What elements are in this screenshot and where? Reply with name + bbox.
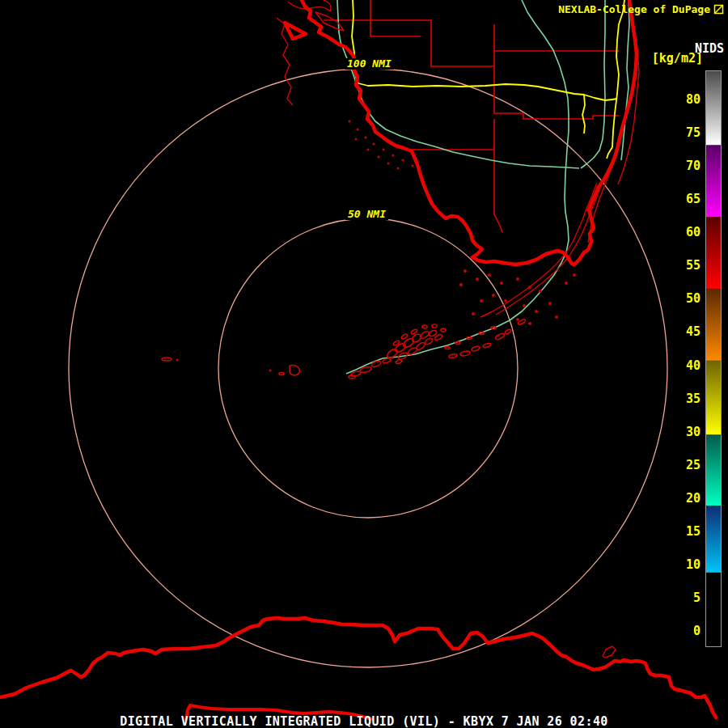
range-ring-label-50nmi: 50 NMI [345,209,388,220]
radar-map-canvas [0,0,728,728]
island-outlines [277,0,639,317]
key-islet [176,359,179,362]
key-island [394,342,407,354]
scale-tick: 75 [686,126,700,139]
coastlines [0,0,716,719]
scale-tick: 70 [686,159,700,172]
key-island [370,360,381,368]
scale-tick: 60 [686,226,700,239]
cuba-north-coastline [0,618,716,717]
key-islet [269,370,272,372]
key-island [432,324,437,328]
green-road [346,0,569,374]
key-island [422,325,427,328]
key-island [441,328,446,332]
units-label: [kg/m2] [652,51,703,66]
cod-logo-icon [713,4,724,15]
key-island [424,337,434,346]
scale-tick: 55 [686,259,700,272]
county-line [494,24,619,119]
scale-tick: 30 [686,425,700,438]
scale-tick: 35 [686,392,700,405]
scale-tick: 80 [686,93,700,106]
key-island [386,348,399,360]
key-island [415,341,425,351]
range-ring-label-100nmi: 100 NMI [345,58,394,70]
marco-island [285,23,306,39]
key-island [401,333,408,340]
scale-tick: 15 [686,525,700,538]
green-road [581,0,605,168]
county-line [370,0,421,36]
yellow-highways [352,0,624,159]
florida-keys-islands [162,319,526,379]
key-island [279,373,284,375]
key-west-island [290,366,299,376]
key-island [445,347,450,349]
scale-tick: 25 [686,459,700,472]
scale-tick: 50 [686,292,700,305]
key-island [349,375,355,379]
key-island [449,353,458,358]
scale-tick: 0 [693,624,700,637]
brand-attribution: NEXLAB-College of DuPage [558,3,724,15]
marquesas-keys [162,358,171,361]
scale-tick: 45 [686,325,700,338]
scale-tick: 40 [686,359,700,372]
yellow-highway [582,95,585,133]
upper-keys-chain [480,183,597,317]
green-roads [337,0,629,374]
scale-tick: 65 [686,193,700,205]
cuba-cay-outline [603,646,616,658]
range-ring-50nmi [218,218,518,518]
range-rings [69,69,667,667]
radar-display: NEXLAB-College of DuPage NIDS [kg/m2] 80… [0,0,728,728]
key-island [396,359,403,364]
brand-text: NEXLAB-College of DuPage [558,3,710,15]
key-island [505,328,512,334]
scale-tick: 10 [686,558,700,571]
vil-color-scale-bar [705,70,722,647]
key-island [471,345,480,352]
scale-tick: 5 [693,591,700,604]
product-title: DIGITAL VERTICALLY INTEGRATED LIQUID (VI… [0,714,728,728]
scale-tick: 20 [686,492,700,505]
county-line [494,119,502,232]
green-road [621,0,629,160]
key-island [495,332,506,341]
key-island [483,343,492,349]
color-scale-ticks: 80 75 70 65 60 55 50 45 40 35 30 25 20 1… [663,93,700,637]
key-island [411,328,418,334]
range-ring-100nmi [69,69,667,667]
key-island [460,350,471,356]
